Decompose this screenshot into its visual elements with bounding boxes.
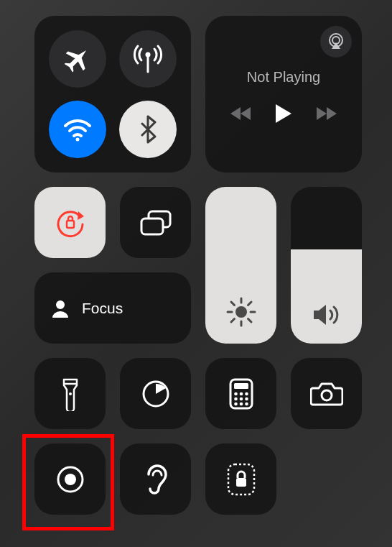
screen-record-button[interactable] [34, 443, 106, 515]
camera-icon [310, 381, 343, 407]
connectivity-panel [34, 16, 191, 173]
screen-mirroring-button[interactable] [120, 187, 191, 258]
svg-line-16 [248, 302, 251, 305]
airplay-button[interactable] [320, 26, 352, 58]
svg-line-14 [248, 319, 251, 323]
cellular-antenna-icon [132, 43, 164, 75]
brightness-icon [225, 296, 257, 328]
screen-record-icon [55, 464, 85, 495]
flashlight-button[interactable] [34, 358, 106, 429]
svg-point-25 [234, 397, 238, 400]
svg-point-31 [322, 390, 332, 400]
person-icon [50, 298, 70, 318]
media-panel: Not Playing [205, 16, 362, 173]
camera-button[interactable] [291, 358, 362, 429]
svg-rect-4 [67, 221, 74, 228]
svg-rect-35 [236, 478, 246, 487]
bluetooth-button[interactable] [119, 101, 177, 158]
airplay-icon [327, 32, 345, 51]
brightness-slider[interactable] [205, 187, 276, 344]
forward-icon[interactable] [316, 106, 337, 121]
timer-button[interactable] [120, 358, 191, 429]
airplane-icon [63, 45, 92, 73]
svg-line-15 [231, 319, 235, 323]
wifi-icon [62, 114, 93, 144]
orientation-lock-icon [54, 206, 87, 239]
hearing-icon [143, 463, 169, 496]
svg-point-33 [65, 474, 76, 485]
volume-fill [291, 249, 362, 344]
focus-button[interactable]: Focus [34, 272, 191, 344]
svg-line-13 [231, 302, 235, 305]
row-1: Not Playing [34, 16, 363, 173]
svg-point-30 [245, 402, 248, 405]
svg-point-29 [239, 402, 243, 405]
svg-point-27 [245, 397, 248, 400]
screen-mirror-icon [139, 208, 173, 237]
timer-icon [141, 379, 171, 409]
focus-label: Focus [82, 300, 123, 317]
col-left: Focus [34, 187, 191, 344]
row-2: Focus [34, 187, 363, 344]
svg-point-23 [239, 392, 243, 395]
flashlight-icon [61, 377, 80, 411]
svg-point-28 [234, 402, 238, 405]
calculator-button[interactable] [205, 358, 276, 429]
media-controls [230, 103, 337, 124]
wifi-button[interactable] [49, 101, 106, 158]
volume-slider[interactable] [291, 187, 362, 344]
guided-access-lock-icon [226, 462, 256, 497]
svg-point-26 [239, 397, 243, 400]
guided-access-button[interactable] [205, 443, 276, 515]
svg-point-8 [235, 306, 247, 318]
now-playing-status: Not Playing [247, 69, 320, 86]
rewind-icon[interactable] [230, 106, 251, 121]
bluetooth-icon [139, 115, 157, 144]
svg-point-7 [56, 300, 65, 309]
svg-point-24 [245, 392, 248, 395]
row-3 [34, 358, 363, 429]
airplane-mode-button[interactable] [49, 30, 106, 88]
orientation-lock-button[interactable] [34, 187, 106, 258]
svg-point-18 [69, 392, 72, 395]
calculator-icon [229, 378, 253, 410]
svg-rect-6 [141, 219, 163, 234]
hearing-button[interactable] [120, 443, 191, 515]
play-icon[interactable] [274, 103, 293, 124]
svg-rect-21 [234, 383, 248, 389]
volume-icon [312, 302, 342, 328]
control-center: Not Playing [0, 0, 392, 530]
cellular-data-button[interactable] [119, 30, 177, 88]
row-4 [34, 443, 363, 515]
svg-point-1 [76, 138, 80, 142]
svg-point-22 [234, 392, 238, 395]
